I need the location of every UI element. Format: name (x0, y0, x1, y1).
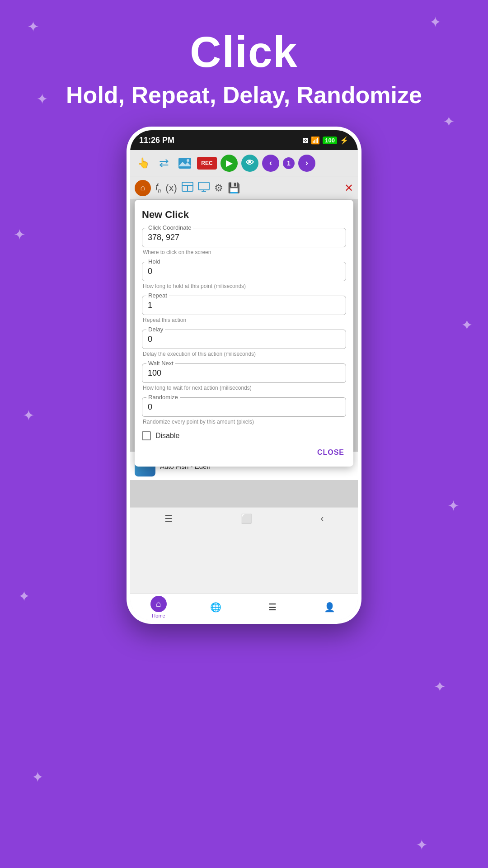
home-nav-icon: ⌂ (150, 596, 167, 612)
field-delay: Delay Delay the execution of this action… (142, 330, 346, 357)
sparkle-9: ✦ (18, 588, 30, 605)
home-icon[interactable]: ⌂ (135, 180, 151, 196)
svg-point-2 (187, 159, 189, 162)
status-time: 11:26 PM (139, 136, 174, 145)
status-bar: 11:26 PM ⊠ 📶 100 ⚡ (130, 130, 358, 150)
phone-inner: 11:26 PM ⊠ 📶 100 ⚡ 👆 ⇄ REC ▶ 👁 ‹ 1 › ⌂ (130, 130, 358, 620)
randomize-hint: Randomize every point by this amount (pi… (143, 419, 346, 425)
touch-icon[interactable]: 👆 (135, 155, 152, 172)
repeat-input[interactable] (142, 296, 346, 315)
sparkle-10: ✦ (434, 678, 446, 695)
sparkle-4: ✦ (443, 113, 455, 130)
bolt-icon: ⚡ (340, 136, 349, 145)
globe-nav-icon: 🌐 (207, 599, 224, 615)
disable-label: Disable (155, 432, 179, 440)
field-click-coordinate: Click Coordinate Where to click on the s… (142, 228, 346, 255)
delay-label: Delay (146, 326, 165, 333)
next-button[interactable]: › (298, 155, 315, 172)
image-icon[interactable] (176, 155, 193, 172)
wait-next-hint: How long to wait for next action (milise… (143, 385, 346, 391)
prev-button[interactable]: ‹ (262, 155, 279, 172)
page-title: Click (0, 27, 488, 77)
field-hold: Hold How long to hold at this point (mil… (142, 262, 346, 289)
field-wait-next: Wait Next How long to wait for next acti… (142, 363, 346, 391)
bottom-nav: ⌂ Home 🌐 ☰ 👤 (130, 593, 358, 620)
step-counter: 1 (283, 157, 295, 169)
toolbar-second: ⌂ fn (x) ⚙ 💾 ✕ (130, 176, 358, 200)
field-repeat: Repeat Repeat this action (142, 296, 346, 323)
repeat-label: Repeat (146, 292, 169, 299)
delay-input[interactable] (142, 330, 346, 349)
header-section: Click Hold, Repeat, Delay, Randomize (0, 0, 488, 108)
settings-icon[interactable]: ⚙ (214, 182, 223, 194)
rec-button[interactable]: REC (197, 157, 217, 170)
phone-content: E E E New Click Click Coordinate (130, 200, 358, 507)
toolbar-top: 👆 ⇄ REC ▶ 👁 ‹ 1 › (130, 150, 358, 176)
hold-hint: How long to hold at this point (miliseco… (143, 283, 346, 289)
variable-icon[interactable]: (x) (165, 182, 177, 194)
eye-button[interactable]: 👁 (241, 155, 258, 172)
monitor-icon[interactable] (198, 182, 210, 194)
svg-rect-6 (198, 182, 209, 190)
save-icon[interactable]: 💾 (228, 182, 240, 194)
click-coordinate-hint: Where to click on the screen (143, 249, 346, 255)
hold-input[interactable] (142, 262, 346, 281)
back-nav-btn[interactable]: ‹ (321, 513, 324, 524)
battery-badge: 100 (323, 137, 337, 144)
click-coordinate-label: Click Coordinate (146, 224, 193, 231)
nav-globe[interactable]: 🌐 (207, 599, 224, 615)
field-randomize: Randomize Randomize every point by this … (142, 397, 346, 425)
swipe-icon[interactable]: ⇄ (155, 155, 173, 172)
hold-label: Hold (146, 258, 162, 265)
randomize-label: Randomize (146, 394, 180, 401)
table-icon[interactable] (182, 182, 193, 194)
nav-home[interactable]: ⌂ Home (150, 596, 167, 618)
list-nav-icon: ☰ (264, 599, 281, 615)
page-subtitle: Hold, Repeat, Delay, Randomize (0, 81, 488, 108)
sparkle-5: ✦ (14, 226, 26, 243)
sparkle-6: ✦ (461, 316, 473, 334)
nav-list[interactable]: ☰ (264, 599, 281, 615)
nav-profile[interactable]: 👤 (321, 599, 338, 615)
menu-nav-btn[interactable]: ☰ (164, 513, 173, 524)
profile-nav-icon: 👤 (321, 599, 338, 615)
screen-record-icon: ⊠ (302, 136, 308, 145)
disable-row: Disable (142, 431, 346, 440)
sparkle-12: ✦ (416, 836, 428, 854)
home-nav-btn[interactable]: ⬜ (241, 513, 252, 524)
disable-checkbox[interactable] (142, 431, 151, 440)
close-button[interactable]: CLOSE (315, 446, 346, 459)
dialog-title: New Click (142, 209, 346, 221)
home-nav-label: Home (152, 613, 165, 618)
dialog-close-btn-row: CLOSE (142, 446, 346, 459)
sparkle-11: ✦ (32, 769, 44, 786)
new-click-dialog: New Click Click Coordinate Where to clic… (135, 200, 353, 467)
repeat-hint: Repeat this action (143, 317, 346, 323)
play-button[interactable]: ▶ (221, 155, 238, 172)
system-nav-bar: ☰ ⬜ ‹ (130, 507, 358, 529)
status-icons: ⊠ 📶 100 ⚡ (302, 136, 349, 145)
wifi-icon: 📶 (311, 136, 320, 145)
svg-rect-0 (178, 158, 191, 169)
sparkle-7: ✦ (23, 407, 35, 424)
sparkle-8: ✦ (447, 497, 460, 514)
phone-mockup: 11:26 PM ⊠ 📶 100 ⚡ 👆 ⇄ REC ▶ 👁 ‹ 1 › ⌂ (127, 127, 361, 624)
function-icon[interactable]: fn (155, 182, 161, 194)
delay-hint: Delay the execution of this action (mili… (143, 351, 346, 357)
toolbar-close-icon[interactable]: ✕ (344, 182, 353, 194)
wait-next-label: Wait Next (146, 360, 175, 367)
